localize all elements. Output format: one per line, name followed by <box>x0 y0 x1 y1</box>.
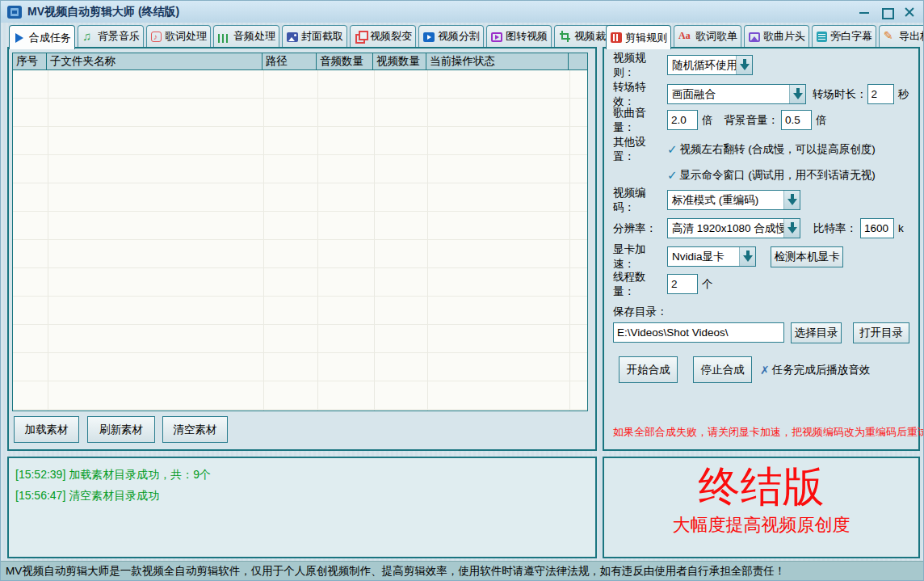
app-window: MV视频自动剪辑大师 (终结版) 合成任务 背景音乐 歌词处理 音频处理 封面截… <box>0 0 924 581</box>
column-header-status[interactable]: 当前操作状态 <box>426 53 569 70</box>
refresh-materials-button[interactable]: 刷新素材 <box>87 416 155 443</box>
dropdown-arrow-icon[interactable] <box>736 56 752 74</box>
minimize-icon[interactable] <box>857 5 872 19</box>
banner-subtitle: 大幅度提高视频原创度 <box>604 513 918 537</box>
checkmark-icon[interactable]: ✓ <box>667 168 678 183</box>
tab-cover-capture[interactable]: 封面截取 <box>282 25 347 47</box>
film-icon <box>611 32 622 43</box>
tab-label: 旁白字幕 <box>830 29 872 44</box>
resolution-select[interactable]: 高清 1920x1080 合成慢 <box>667 218 800 238</box>
clear-materials-button[interactable]: 清空素材 <box>162 416 228 443</box>
bitrate-label: 比特率： <box>813 221 857 236</box>
tab-video-fission[interactable]: 视频裂变 <box>350 25 416 47</box>
tab-song-intro[interactable]: 歌曲片头 <box>744 25 809 47</box>
tab-audio-processing[interactable]: 音频处理 <box>213 25 279 47</box>
threads-input[interactable] <box>667 274 698 294</box>
save-dir-label: 保存目录： <box>613 305 668 319</box>
tab-label: 视频裂变 <box>370 29 412 44</box>
detect-gpu-button[interactable]: 检测本机显卡 <box>771 246 843 267</box>
log-entry: [15:52:39] 加载素材目录成功，共：9个 <box>15 464 589 485</box>
gpu-select[interactable]: Nvidia显卡 <box>667 246 756 267</box>
flip-option-label[interactable]: 视频左右翻转 (合成慢，可以提高原创度) <box>680 142 876 157</box>
tab-editing-rules[interactable]: 剪辑规则 <box>606 25 671 49</box>
dropdown-arrow-icon[interactable] <box>783 191 800 209</box>
bg-volume-input[interactable] <box>781 110 812 130</box>
tab-label: 图转视频 <box>506 29 548 44</box>
column-header-path[interactable]: 路径 <box>262 53 317 70</box>
gpu-value: Nvidia显卡 <box>668 247 739 266</box>
status-bar: MV视频自动剪辑大师是一款视频全自动剪辑软件，仅用于个人原创视频制作、提高剪辑效… <box>1 561 923 580</box>
tab-background-music[interactable]: 背景音乐 <box>78 25 144 47</box>
table-body[interactable] <box>12 70 588 411</box>
video-rule-select[interactable]: 随机循环使用 <box>667 55 753 75</box>
transition-value: 画面融合 <box>668 85 789 103</box>
banner-title: 终结版 <box>604 463 918 510</box>
choose-dir-button[interactable]: 选择目录 <box>791 322 842 343</box>
play-icon <box>14 32 26 44</box>
encode-label: 视频编码： <box>613 186 667 215</box>
video-rule-value: 随机循环使用 <box>668 56 736 74</box>
cmd-option-row: ✓ 显示命令窗口 (调试用，用不到话请无视) <box>613 165 915 185</box>
tab-lyrics-playlist[interactable]: 歌词歌单 <box>674 25 741 47</box>
close-icon[interactable] <box>902 5 917 19</box>
column-header-subfolder[interactable]: 子文件夹名称 <box>46 53 262 70</box>
start-button[interactable]: 开始合成 <box>619 356 678 383</box>
image-icon <box>287 32 298 42</box>
dropdown-arrow-icon[interactable] <box>789 85 805 103</box>
encode-select[interactable]: 标准模式 (重编码) <box>667 190 800 210</box>
bitrate-input[interactable] <box>860 218 894 238</box>
edition-banner: 终结版 大幅度提高视频原创度 <box>603 457 920 558</box>
log-panel[interactable]: [15:52:39] 加载素材目录成功，共：9个 [15:56:47] 清空素材… <box>7 457 597 558</box>
transition-duration-input[interactable] <box>867 84 894 104</box>
maximize-icon[interactable] <box>880 5 894 19</box>
column-header-video-count[interactable]: 视频数量 <box>372 53 426 70</box>
tab-label: 歌词歌单 <box>695 29 737 44</box>
task-panel: 序号 子文件夹名称 路径 音频数量 视频数量 当前操作状态 加载素材 刷新素材 … <box>7 47 597 451</box>
dropdown-arrow-icon[interactable] <box>783 219 800 238</box>
waveform-icon <box>218 34 230 43</box>
x-mark-icon[interactable]: ✗ <box>760 364 770 377</box>
tab-label: 导出标题 <box>899 29 924 44</box>
bitrate-unit: k <box>898 222 904 234</box>
cmd-option-label[interactable]: 显示命令窗口 (调试用，用不到话请无视) <box>680 168 876 183</box>
tab-narration-subtitle[interactable]: 旁白字幕 <box>812 25 876 47</box>
transition-select[interactable]: 画面融合 <box>667 84 806 104</box>
app-icon <box>7 6 22 19</box>
tab-image-to-video[interactable]: 图转视频 <box>486 25 552 47</box>
main-tab-bar: 合成任务 背景音乐 歌词处理 音频处理 封面截取 视频裂变 视频分割 图转视频 <box>9 25 620 48</box>
tab-synthesis-task[interactable]: 合成任务 <box>9 25 75 49</box>
threads-label: 线程数量： <box>613 270 667 299</box>
column-header-index[interactable]: 序号 <box>12 53 47 70</box>
other-settings-label: 其他设置： <box>613 135 667 164</box>
copy-squares-icon <box>355 31 367 42</box>
bg-volume-label: 背景音量： <box>724 113 779 128</box>
sound-option-label[interactable]: 任务完成后播放音效 <box>772 363 871 377</box>
window-title: MV视频自动剪辑大师 (终结版) <box>27 5 179 19</box>
material-table: 序号 子文件夹名称 路径 音频数量 视频数量 当前操作状态 <box>12 53 588 411</box>
font-icon <box>678 31 692 42</box>
tab-lyrics-processing[interactable]: 歌词处理 <box>146 25 211 47</box>
stop-button[interactable]: 停止合成 <box>693 356 752 383</box>
video-play-icon <box>423 32 435 42</box>
music-note-icon <box>82 31 94 42</box>
document-icon <box>817 32 827 42</box>
dropdown-arrow-icon[interactable] <box>739 247 755 266</box>
open-dir-button[interactable]: 打开目录 <box>853 322 909 343</box>
tab-export-title[interactable]: 导出标题 <box>879 25 924 47</box>
flip-option-row: 其他设置： ✓ 视频左右翻转 (合成慢，可以提高原创度) <box>613 139 915 159</box>
song-volume-input[interactable] <box>667 110 698 130</box>
transition-duration-unit: 秒 <box>898 87 909 102</box>
load-materials-button[interactable]: 加载素材 <box>14 416 79 443</box>
tab-label: 合成任务 <box>29 31 71 45</box>
save-dir-input[interactable] <box>613 322 784 343</box>
column-header-audio-count[interactable]: 音频数量 <box>316 53 373 70</box>
volume-row: 歌曲音量： 倍 背景音量： 倍 <box>613 110 915 130</box>
tab-video-split[interactable]: 视频分割 <box>418 25 484 47</box>
checkmark-icon[interactable]: ✓ <box>667 142 678 157</box>
resolution-value: 高清 1920x1080 合成慢 <box>668 219 783 238</box>
tab-label: 剪辑规则 <box>625 31 667 45</box>
status-text: MV视频自动剪辑大师是一款视频全自动剪辑软件，仅用于个人原创视频制作、提高剪辑效… <box>6 564 785 579</box>
gpu-row: 显卡加速： Nvidia显卡 检测本机显卡 <box>613 246 915 267</box>
start-stop-row: 开始合成 停止合成 ✗ 任务完成后播放音效 <box>613 356 915 383</box>
column-header-empty <box>568 53 588 70</box>
